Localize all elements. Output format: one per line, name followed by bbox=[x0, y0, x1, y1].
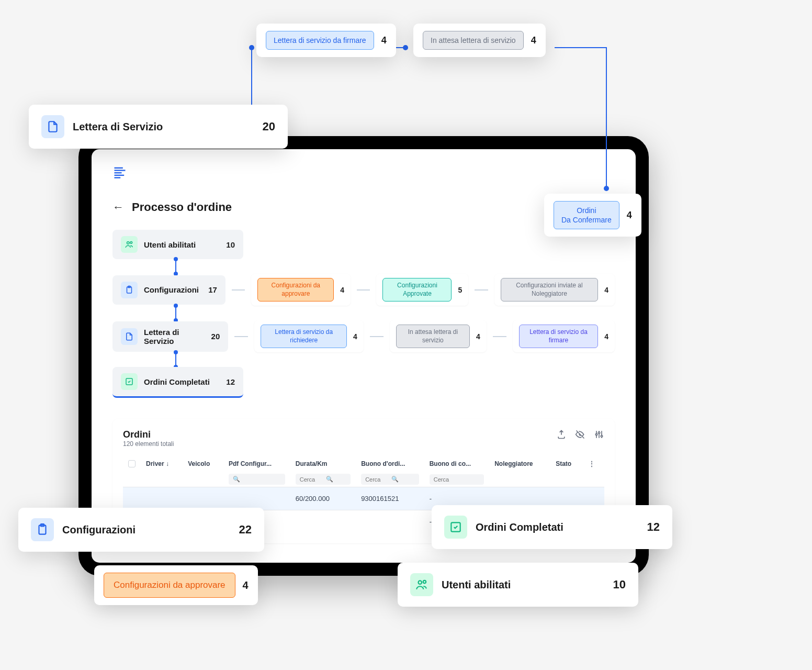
substep-count: 4 bbox=[604, 286, 608, 294]
svg-rect-2 bbox=[115, 172, 122, 173]
count: 20 bbox=[263, 120, 275, 133]
status-tag: Configurazioni da approvare bbox=[257, 278, 334, 302]
float-utenti-abilitati[interactable]: Utenti abilitati 10 bbox=[398, 563, 638, 607]
column-header[interactable]: Buono d'ordi... bbox=[356, 456, 424, 472]
substep-config-sent[interactable]: Configurazioni inviate al Noleggiatore 4 bbox=[494, 274, 615, 306]
step-label: Utenti abilitati bbox=[144, 240, 220, 249]
back-arrow-icon[interactable]: ← bbox=[112, 200, 124, 214]
connector bbox=[175, 352, 176, 367]
status-tag: Lettera di servizio da firmare bbox=[519, 325, 598, 348]
app-logo bbox=[112, 165, 127, 180]
substep-lettera-sign[interactable]: Lettera di servizio da firmare 4 bbox=[513, 320, 615, 352]
float-lettera-firmare[interactable]: Lettera di servizio da firmare 4 bbox=[256, 24, 396, 57]
float-configurazioni[interactable]: Configurazioni 22 bbox=[18, 508, 264, 552]
table-title: Ordini bbox=[123, 429, 174, 440]
column-header[interactable]: Pdf Configur... bbox=[223, 456, 290, 472]
substep-count: 4 bbox=[604, 332, 608, 341]
step-count: 10 bbox=[226, 240, 235, 249]
step-label: Configurazioni bbox=[144, 285, 202, 294]
connector bbox=[175, 259, 176, 274]
svg-point-12 bbox=[601, 436, 602, 437]
svg-point-6 bbox=[130, 241, 132, 243]
count: 4 bbox=[627, 210, 632, 221]
status-tag: Lettera di servizio da firmare bbox=[266, 31, 374, 50]
file-icon bbox=[41, 115, 64, 138]
step-count: 17 bbox=[208, 285, 217, 294]
column-header[interactable]: Driver ↓ bbox=[141, 456, 183, 472]
connector bbox=[175, 306, 176, 320]
filter-input[interactable] bbox=[430, 474, 484, 485]
connector bbox=[234, 336, 248, 337]
substep-lettera-request[interactable]: Lettera di servizio da richiedere 4 bbox=[254, 320, 364, 352]
substep-lettera-wait[interactable]: In attesa lettera di servizio 4 bbox=[390, 320, 487, 352]
status-tag: Configurazioni inviate al Noleggiatore bbox=[501, 278, 599, 302]
step-label: Ordini Completati bbox=[144, 377, 220, 386]
float-lettera-servizio[interactable]: Lettera di Servizio 20 bbox=[29, 105, 288, 149]
page-title: Processo d'ordine bbox=[132, 200, 232, 214]
column-header[interactable]: Durata/Km bbox=[290, 456, 356, 472]
connector bbox=[475, 289, 488, 291]
svg-rect-1 bbox=[115, 170, 126, 171]
users-icon bbox=[410, 573, 433, 596]
export-icon[interactable] bbox=[556, 429, 567, 440]
svg-rect-4 bbox=[115, 177, 121, 178]
select-all-checkbox[interactable] bbox=[128, 460, 136, 467]
svg-point-17 bbox=[423, 580, 426, 583]
label: Utenti abilitati bbox=[442, 579, 605, 591]
check-icon bbox=[121, 373, 138, 390]
visibility-icon[interactable] bbox=[575, 429, 585, 440]
column-header[interactable]: Veicolo bbox=[183, 456, 223, 472]
svg-point-11 bbox=[598, 432, 600, 433]
status-tag: Lettera di servizio da richiedere bbox=[261, 325, 347, 348]
count: 4 bbox=[381, 35, 387, 46]
clipboard-icon bbox=[121, 282, 138, 298]
float-config-approvare[interactable]: Configurazioni da approvare 4 bbox=[94, 565, 258, 605]
column-header[interactable]: Buono di co... bbox=[424, 456, 489, 472]
table-subtitle: 120 elementi totali bbox=[123, 440, 174, 448]
step-completed[interactable]: Ordini Completati 12 bbox=[112, 367, 615, 398]
file-icon bbox=[121, 328, 138, 345]
svg-point-16 bbox=[419, 580, 422, 584]
connector bbox=[357, 289, 370, 291]
count: 10 bbox=[613, 578, 626, 591]
connector bbox=[370, 336, 384, 337]
float-ordini-completati[interactable]: Ordini Completati 12 bbox=[432, 505, 672, 549]
filter-input[interactable]: 🔍 bbox=[361, 474, 419, 485]
count: 22 bbox=[239, 523, 252, 537]
filter-icon[interactable] bbox=[594, 429, 604, 440]
step-lettera[interactable]: Lettera di Servizio 20 Lettera di serviz… bbox=[112, 320, 615, 352]
column-header[interactable]: Noleggiatore bbox=[489, 456, 550, 472]
count: 4 bbox=[243, 579, 249, 591]
more-icon[interactable]: ⋮ bbox=[589, 460, 595, 467]
float-ordini-confermare[interactable]: Ordini Da Confermare 4 bbox=[544, 194, 641, 237]
clipboard-icon bbox=[31, 518, 54, 541]
substep-config-approved[interactable]: Configurazioni Approvate 5 bbox=[376, 274, 468, 306]
substep-config-approve[interactable]: Configurazioni da approvare 4 bbox=[251, 274, 351, 306]
step-count: 12 bbox=[226, 377, 235, 386]
filter-input[interactable]: 🔍 bbox=[296, 474, 351, 485]
process-steps: Utenti abilitati 10 Configurazioni 17 bbox=[112, 230, 615, 398]
connector bbox=[232, 289, 245, 291]
svg-rect-0 bbox=[115, 168, 123, 169]
svg-point-5 bbox=[127, 242, 130, 244]
label: Lettera di Servizio bbox=[73, 121, 254, 133]
substep-count: 5 bbox=[458, 286, 462, 294]
status-tag: Configurazioni Approvate bbox=[382, 278, 452, 302]
page-header: ← Processo d'ordine bbox=[112, 200, 615, 214]
check-icon bbox=[444, 516, 467, 539]
svg-point-10 bbox=[595, 434, 597, 436]
status-tag: Ordini Da Confermare bbox=[554, 201, 619, 229]
label: Ordini Completati bbox=[476, 521, 639, 533]
step-utenti[interactable]: Utenti abilitati 10 bbox=[112, 230, 615, 259]
label: Configurazioni bbox=[62, 524, 231, 536]
status-tag: In attesa lettera di servizio bbox=[396, 325, 470, 348]
step-count: 20 bbox=[211, 332, 220, 341]
status-tag: Configurazioni da approvare bbox=[104, 573, 235, 598]
count: 4 bbox=[531, 35, 536, 46]
step-config[interactable]: Configurazioni 17 Configurazioni da appr… bbox=[112, 274, 615, 306]
substep-count: 4 bbox=[340, 286, 344, 294]
column-header[interactable]: Stato bbox=[550, 456, 583, 472]
filter-input[interactable]: 🔍 bbox=[229, 474, 285, 485]
status-tag: In attesa lettera di servizio bbox=[423, 31, 524, 50]
float-attesa-lettera[interactable]: In attesa lettera di servizio 4 bbox=[413, 24, 546, 57]
